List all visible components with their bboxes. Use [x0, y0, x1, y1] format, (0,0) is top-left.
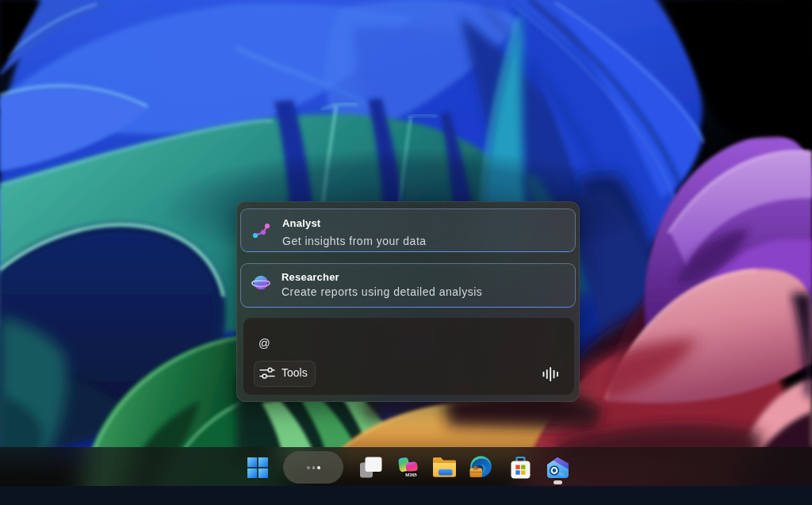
svg-text:M365: M365	[405, 472, 417, 477]
